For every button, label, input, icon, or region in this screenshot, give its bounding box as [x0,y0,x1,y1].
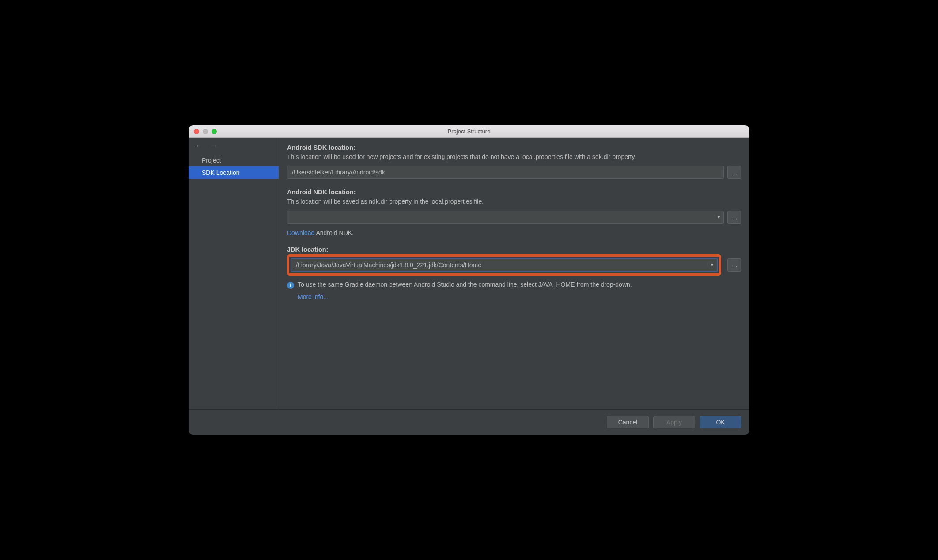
cancel-button[interactable]: Cancel [607,416,649,428]
ndk-download-row: Download Android NDK. [287,229,741,236]
jdk-location-input[interactable] [291,259,707,271]
back-icon[interactable]: ← [195,141,203,151]
ellipsis-icon: ... [731,214,738,221]
close-icon[interactable] [194,129,199,134]
jdk-section: JDK location: ▼ ... [287,246,741,300]
nav-arrows: ← → [189,138,279,154]
ndk-browse-button[interactable]: ... [727,211,741,224]
sdk-title: Android SDK location: [287,144,741,151]
content-panel: Android SDK location: This location will… [279,138,749,409]
project-structure-window: Project Structure ← → Project SDK Locati… [189,125,749,435]
jdk-location-combo[interactable]: ▼ [291,258,718,272]
more-info-link[interactable]: More info... [298,293,329,300]
info-icon: i [287,282,294,289]
sidebar-item-label: Project [202,157,221,164]
sidebar-item-project[interactable]: Project [189,154,279,166]
sidebar: ← → Project SDK Location [189,138,279,409]
chevron-down-icon: ▼ [717,215,721,219]
jdk-highlight: ▼ [287,254,721,276]
sdk-description: This location will be used for new proje… [287,152,741,161]
window-body: ← → Project SDK Location Android SDK loc… [189,138,749,409]
download-ndk-suffix: Android NDK. [314,229,354,236]
jdk-browse-button[interactable]: ... [727,258,741,272]
sdk-section: Android SDK location: This location will… [287,144,741,179]
jdk-title: JDK location: [287,246,741,253]
sidebar-item-label: SDK Location [202,169,240,176]
chevron-down-icon: ▼ [710,262,715,267]
sdk-field-row: ... [287,166,741,179]
ndk-title: Android NDK location: [287,189,741,196]
jdk-dropdown-button[interactable]: ▼ [707,262,717,267]
jdk-info-text: To use the same Gradle daemon between An… [298,281,632,288]
maximize-icon[interactable] [212,129,217,134]
ndk-description: This location will be saved as ndk.dir p… [287,197,741,206]
ndk-dropdown-button[interactable]: ▼ [714,215,723,219]
ok-button[interactable]: OK [700,416,741,428]
jdk-info-row: i To use the same Gradle daemon between … [287,281,741,289]
sidebar-item-sdk-location[interactable]: SDK Location [189,166,279,179]
window-controls [189,129,217,134]
ellipsis-icon: ... [731,169,738,176]
download-ndk-link[interactable]: Download [287,229,314,236]
sdk-location-input[interactable] [287,166,724,179]
jdk-field-row: ▼ ... [287,254,741,276]
ellipsis-icon: ... [731,261,738,269]
ndk-location-combo[interactable]: ▼ [287,211,724,224]
footer: Cancel Apply OK [189,409,749,435]
forward-icon: → [210,141,218,151]
ndk-location-input[interactable] [287,211,714,223]
apply-button[interactable]: Apply [653,416,695,428]
ndk-section: Android NDK location: This location will… [287,189,741,236]
ndk-field-row: ▼ ... [287,211,741,224]
window-title: Project Structure [448,128,491,135]
sdk-browse-button[interactable]: ... [727,166,741,179]
titlebar: Project Structure [189,125,749,138]
minimize-icon[interactable] [203,129,208,134]
